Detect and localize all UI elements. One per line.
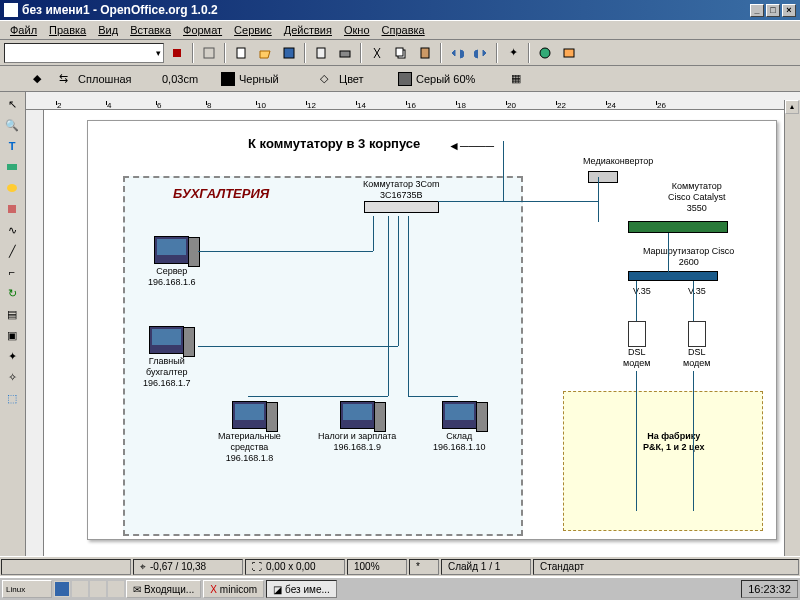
node-server: Сервер 196.168.1.6 <box>148 236 196 288</box>
menu-file[interactable]: Файл <box>4 22 43 38</box>
switch-icon <box>364 201 439 213</box>
export-icon[interactable] <box>310 42 332 64</box>
svg-rect-3 <box>284 48 294 58</box>
nalogi-ip: 196.168.1.9 <box>318 442 396 453</box>
wire <box>636 371 637 511</box>
svg-point-9 <box>540 48 550 58</box>
desktop-3-icon[interactable] <box>90 581 106 597</box>
insert-tool-icon[interactable]: ✦ <box>2 346 22 366</box>
svg-rect-1 <box>204 48 214 58</box>
fill-color-combo[interactable]: Серый 60% <box>416 73 501 85</box>
router-icon <box>628 271 718 281</box>
taskbar-item-openoffice[interactable]: ◪без име... <box>266 580 337 598</box>
ellipse-tool-icon[interactable] <box>2 178 22 198</box>
server-ip: 196.168.1.6 <box>148 277 196 288</box>
wire <box>668 233 669 273</box>
mediaconverter-label: Медиаконвертор <box>583 156 653 167</box>
navigator-icon[interactable]: ✦ <box>502 42 524 64</box>
drawing-canvas[interactable]: К коммутатору в 3 корпусе ◄──── БУХГАЛТЕ… <box>44 110 800 564</box>
rect-tool-icon[interactable] <box>2 157 22 177</box>
taskbar-item-minicom[interactable]: Xminicom <box>203 580 264 598</box>
new-icon[interactable] <box>230 42 252 64</box>
app-icon <box>4 3 18 17</box>
status-blank <box>1 559 131 575</box>
maximize-button[interactable]: □ <box>766 4 780 17</box>
svg-rect-4 <box>317 48 325 58</box>
menu-format[interactable]: Формат <box>177 22 228 38</box>
menu-edit[interactable]: Правка <box>43 22 92 38</box>
3d-tool-icon[interactable] <box>2 199 22 219</box>
close-button[interactable]: × <box>782 4 796 17</box>
save-icon[interactable] <box>278 42 300 64</box>
scrollbar-vertical[interactable]: ▴ <box>784 100 800 560</box>
dsl-modem-2: DSL модем <box>683 321 710 369</box>
fill-mode-combo[interactable]: Цвет <box>339 73 394 85</box>
desktop-2-icon[interactable] <box>72 581 88 597</box>
redo-icon[interactable] <box>470 42 492 64</box>
start-button[interactable]: Linux <box>2 580 52 598</box>
line-color-swatch[interactable] <box>221 72 235 86</box>
line-width-combo[interactable]: 0,03cm <box>162 73 217 85</box>
line-tool-icon[interactable]: ╱ <box>2 241 22 261</box>
glavbukh-name: Главный бухгалтер <box>143 356 191 378</box>
gallery-icon[interactable] <box>558 42 580 64</box>
open-icon[interactable] <box>254 42 276 64</box>
menu-actions[interactable]: Действия <box>278 22 338 38</box>
copy-icon[interactable] <box>390 42 412 64</box>
print-icon[interactable] <box>334 42 356 64</box>
arrange-tool-icon[interactable]: ▣ <box>2 325 22 345</box>
fill-color-swatch[interactable] <box>398 72 412 86</box>
status-modified-icon: * <box>409 559 439 575</box>
node-material: Материальные средства 196.168.1.8 <box>218 401 281 464</box>
rotate-tool-icon[interactable]: ↻ <box>2 283 22 303</box>
scroll-up-icon[interactable]: ▴ <box>785 100 799 114</box>
computer-icon <box>442 401 477 429</box>
taskbar-item-mail[interactable]: ✉Входящи... <box>126 580 201 598</box>
stop-icon[interactable] <box>166 42 188 64</box>
text-tool-icon[interactable]: T <box>2 136 22 156</box>
line-color-combo[interactable]: Черный <box>239 73 309 85</box>
status-size: ⛶0,00 x 0,00 <box>245 559 345 575</box>
modem-icon <box>628 321 646 347</box>
svg-point-12 <box>7 184 17 192</box>
effects-tool-icon[interactable]: ✧ <box>2 367 22 387</box>
factory-zone <box>563 391 763 531</box>
menu-insert[interactable]: Вставка <box>124 22 177 38</box>
menu-help[interactable]: Справка <box>376 22 431 38</box>
dsl1-label: DSL модем <box>623 347 650 369</box>
server-name: Сервер <box>148 266 196 277</box>
svg-rect-7 <box>396 48 403 56</box>
glavbukh-ip: 196.168.1.7 <box>143 378 191 389</box>
wire <box>503 141 504 201</box>
line-start-icon[interactable]: ◆ <box>26 68 48 90</box>
hyperlink-icon[interactable] <box>534 42 556 64</box>
computer-icon <box>149 326 184 354</box>
align-tool-icon[interactable]: ▤ <box>2 304 22 324</box>
desktop-4-icon[interactable] <box>108 581 124 597</box>
node-nalogi: Налоги и зарплата 196.168.1.9 <box>318 401 396 453</box>
shadow-icon[interactable]: ▦ <box>505 68 527 90</box>
url-combo[interactable] <box>4 43 164 63</box>
menu-view[interactable]: Вид <box>92 22 124 38</box>
connector-tool-icon[interactable]: ⌐ <box>2 262 22 282</box>
curve-tool-icon[interactable]: ∿ <box>2 220 22 240</box>
zoom-tool-icon[interactable]: 🔍 <box>2 115 22 135</box>
os-taskbar: Linux ✉Входящи... Xminicom ◪без име... 1… <box>0 576 800 600</box>
menu-service[interactable]: Сервис <box>228 22 278 38</box>
svg-rect-13 <box>8 205 16 213</box>
paste-icon[interactable] <box>414 42 436 64</box>
wire <box>408 396 458 397</box>
arrow-style-icon[interactable]: ⇆ <box>52 68 74 90</box>
cut-icon[interactable] <box>366 42 388 64</box>
fill-icon[interactable]: ◇ <box>313 68 335 90</box>
desktop-1-icon[interactable] <box>54 581 70 597</box>
line-style-combo[interactable]: Сплошная <box>78 73 158 85</box>
select-tool-icon[interactable]: ↖ <box>2 94 22 114</box>
wire <box>598 177 599 222</box>
status-zoom[interactable]: 100% <box>347 559 407 575</box>
minimize-button[interactable]: _ <box>750 4 764 17</box>
interaction-tool-icon[interactable]: ⬚ <box>2 388 22 408</box>
undo-icon[interactable] <box>446 42 468 64</box>
edit-icon[interactable] <box>198 42 220 64</box>
menu-window[interactable]: Окно <box>338 22 376 38</box>
